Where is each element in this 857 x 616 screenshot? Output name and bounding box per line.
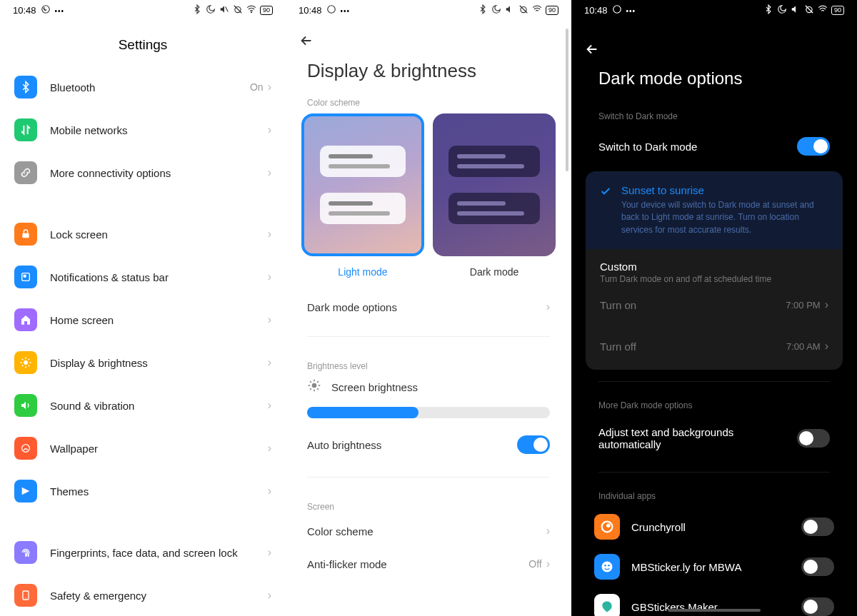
- settings-row-home-screen[interactable]: Home screen ›: [7, 298, 279, 341]
- settings-row-themes[interactable]: Themes ›: [7, 470, 279, 513]
- svg-point-39: [608, 565, 610, 567]
- sound-icon: [14, 394, 37, 417]
- app-toggle[interactable]: [801, 517, 834, 536]
- auto-adjust-row[interactable]: Adjust text and backgrounds automaticall…: [571, 416, 857, 460]
- row-label: Switch to Dark mode: [598, 141, 797, 153]
- moon-icon: [491, 4, 501, 16]
- mute-icon: [219, 4, 229, 16]
- more-icon: [341, 5, 351, 16]
- brightness-icon: [14, 351, 37, 374]
- app-icon: [594, 514, 620, 540]
- row-label: Turn on: [600, 299, 786, 311]
- row-label: Bluetooth: [50, 81, 250, 94]
- nav-handle[interactable]: [668, 609, 761, 612]
- battery-indicator: 90: [260, 6, 273, 15]
- bluetooth-status-icon: [478, 4, 488, 16]
- row-label: Display & brightness: [50, 357, 268, 369]
- whatsapp-icon: [612, 4, 622, 16]
- row-label: Notifications & status bar: [50, 271, 268, 283]
- screen-brightness-label: Screen brightness: [331, 381, 418, 393]
- app-toggle[interactable]: [801, 557, 834, 576]
- svg-rect-7: [24, 275, 26, 278]
- settings-row-lock-screen[interactable]: Lock screen ›: [7, 213, 279, 256]
- sunset-to-sunrise-option[interactable]: Sunset to sunrise Your device will switc…: [586, 171, 843, 249]
- row-label: Adjust text and backgrounds automaticall…: [598, 426, 797, 450]
- row-label: Lock screen: [50, 228, 268, 241]
- row-label: Home screen: [50, 314, 268, 326]
- home-icon: [14, 308, 37, 331]
- scrollbar[interactable]: [566, 29, 568, 171]
- back-button[interactable]: [571, 20, 857, 64]
- sunset-title: Sunset to sunrise: [621, 184, 828, 196]
- clock: 10:48: [13, 5, 36, 16]
- dark-mode-option[interactable]: Dark mode: [433, 113, 556, 278]
- section-screen: Screen: [286, 490, 571, 515]
- auto-brightness-toggle[interactable]: [517, 435, 550, 454]
- svg-line-29: [317, 388, 319, 390]
- app-toggle[interactable]: [801, 597, 834, 616]
- row-label: Wallpaper: [50, 443, 268, 455]
- turn-off-row[interactable]: Turn off 7:00 AM ›: [600, 325, 828, 367]
- whatsapp-icon: [41, 4, 51, 16]
- app-row-crunchyroll[interactable]: Crunchyroll: [571, 507, 857, 547]
- app-row-mbsticker[interactable]: MBSticker.ly for MBWA: [571, 547, 857, 587]
- notifications-icon: [14, 266, 37, 288]
- svg-rect-5: [22, 233, 29, 238]
- settings-row-fingerprints[interactable]: Fingerprints, face data, and screen lock…: [7, 531, 279, 574]
- clock: 10:48: [299, 5, 322, 16]
- svg-rect-18: [23, 591, 29, 600]
- settings-row-display-brightness[interactable]: Display & brightness ›: [7, 341, 279, 384]
- svg-point-32: [613, 5, 621, 13]
- settings-row-wallpaper[interactable]: Wallpaper ›: [7, 427, 279, 470]
- svg-line-13: [22, 359, 24, 360]
- settings-row-mobile-networks[interactable]: Mobile networks ›: [7, 108, 279, 151]
- light-mode-label: Light mode: [301, 256, 424, 278]
- status-bar: 10:48 90: [571, 0, 857, 20]
- chevron-right-icon: ›: [268, 546, 271, 559]
- svg-line-1: [226, 6, 229, 11]
- switch-to-dark-row[interactable]: Switch to Dark mode: [571, 127, 857, 166]
- auto-brightness-row[interactable]: Auto brightness: [286, 425, 571, 464]
- row-value: Off: [528, 558, 541, 570]
- settings-row-notifications[interactable]: Notifications & status bar ›: [7, 256, 279, 298]
- light-mode-option[interactable]: Light mode: [301, 113, 424, 278]
- brightness-slider[interactable]: [307, 407, 550, 418]
- row-label: Sound & vibration: [50, 400, 268, 412]
- section-color-scheme: Color scheme: [286, 98, 571, 113]
- svg-line-15: [22, 365, 24, 367]
- app-label: MBSticker.ly for MBWA: [631, 561, 790, 573]
- svg-line-16: [29, 359, 30, 360]
- back-button[interactable]: [286, 20, 571, 56]
- settings-row-bluetooth[interactable]: Bluetooth On ›: [7, 66, 279, 108]
- custom-schedule-option[interactable]: Custom Turn Dark mode on and off at sche…: [586, 249, 843, 370]
- auto-adjust-toggle[interactable]: [797, 429, 830, 448]
- moon-icon: [777, 4, 787, 16]
- moon-icon: [206, 4, 216, 16]
- mute-icon: [791, 4, 801, 16]
- dark-mode-toggle[interactable]: [797, 137, 830, 156]
- row-value: 7:00 PM: [786, 300, 820, 310]
- color-scheme-row[interactable]: Color scheme ›: [286, 515, 571, 547]
- svg-line-30: [310, 388, 311, 390]
- row-label: Safety & emergency: [50, 590, 268, 602]
- turn-on-row[interactable]: Turn on 7:00 PM ›: [600, 284, 828, 325]
- chevron-right-icon: ›: [268, 81, 271, 94]
- chevron-right-icon: ›: [268, 313, 271, 326]
- status-bar: 10:48 90: [286, 0, 571, 20]
- settings-row-safety[interactable]: Safety & emergency ›: [7, 574, 279, 616]
- dark-mode-options-row[interactable]: Dark mode options ›: [286, 291, 571, 323]
- mobile-networks-icon: [14, 118, 37, 141]
- row-label: Themes: [50, 485, 268, 498]
- alarm-off-icon: [518, 4, 528, 16]
- settings-row-connectivity[interactable]: More connectivity options ›: [7, 151, 279, 194]
- chevron-right-icon: ›: [825, 298, 828, 311]
- chevron-right-icon: ›: [268, 271, 271, 283]
- bluetooth-status-icon: [192, 4, 202, 16]
- anti-flicker-row[interactable]: Anti-flicker mode Off ›: [286, 547, 571, 580]
- row-label: Turn off: [600, 340, 786, 353]
- row-label: More connectivity options: [50, 167, 268, 179]
- settings-row-sound[interactable]: Sound & vibration ›: [7, 384, 279, 427]
- svg-point-36: [606, 524, 611, 528]
- svg-point-4: [251, 11, 251, 12]
- chevron-right-icon: ›: [825, 340, 828, 353]
